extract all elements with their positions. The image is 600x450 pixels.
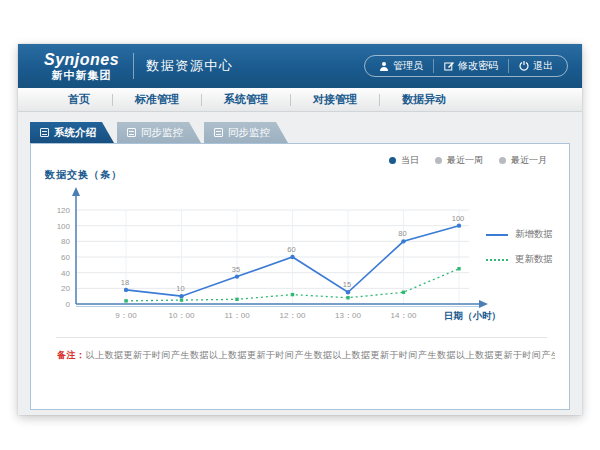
header-user-controls: 管理员 修改密码 退出 [364, 55, 568, 77]
svg-text:40: 40 [61, 269, 70, 278]
svg-text:12：00: 12：00 [280, 311, 306, 320]
svg-text:60: 60 [61, 253, 70, 262]
svg-text:80: 80 [398, 229, 406, 238]
svg-text:15: 15 [343, 280, 351, 289]
tab-label: 系统介绍 [54, 126, 96, 140]
footnote-label: 备注： [57, 350, 86, 360]
svg-text:日期（小时）: 日期（小时） [444, 310, 501, 322]
svg-text:18: 18 [121, 278, 129, 287]
chart-legend: 新增数据 更新数据 [486, 228, 553, 266]
svg-text:20: 20 [61, 284, 70, 293]
svg-text:120: 120 [57, 206, 71, 215]
range-filter-group: 当日 最近一周 最近一月 [389, 154, 547, 167]
y-axis-title: 数据交换（条） [45, 168, 122, 182]
svg-text:60: 60 [287, 245, 295, 254]
tab-sync-monitor-1[interactable]: 同步监控 [117, 122, 201, 143]
note-divider [56, 337, 547, 338]
main-nav: 首页 标准管理 系统管理 对接管理 数据异动 [18, 88, 582, 112]
footnote-text: 以上数据更新于时间产生数据以上数据更新于时间产生数据以上数据更新于时间产生数据以… [86, 350, 556, 360]
nav-item-home[interactable]: 首页 [46, 92, 112, 107]
tab-sync-monitor-2[interactable]: 同步监控 [204, 122, 288, 143]
monitor-icon [127, 128, 136, 137]
svg-text:10: 10 [176, 284, 184, 293]
filter-last-month[interactable]: 最近一月 [499, 154, 547, 167]
edit-icon [444, 61, 454, 71]
svg-text:14：00: 14：00 [391, 311, 417, 320]
svg-text:100: 100 [57, 222, 71, 231]
nav-item-data-change[interactable]: 数据异动 [380, 92, 468, 107]
tab-label: 同步监控 [141, 126, 183, 140]
dotted-line-swatch [486, 259, 508, 261]
app-window: Synjones 新中新集团 数据资源中心 管理员 修改密码 [18, 44, 582, 415]
legend-item-new-data: 新增数据 [486, 228, 553, 241]
user-menu-button[interactable]: 管理员 [369, 59, 433, 73]
filter-label: 最近一月 [511, 154, 547, 167]
legend-label: 更新数据 [515, 253, 553, 266]
legend-item-update-data: 更新数据 [486, 253, 553, 266]
brand-logo: Synjones 新中新集团 [44, 52, 119, 81]
line-chart: 0204060801001209：0010：0011：0012：0013：001… [31, 184, 511, 326]
filter-label: 当日 [401, 154, 419, 167]
svg-text:9：00: 9：00 [115, 311, 137, 320]
svg-text:80: 80 [61, 237, 70, 246]
monitor-icon [214, 128, 223, 137]
svg-text:100: 100 [452, 214, 465, 223]
solid-line-swatch [486, 234, 508, 236]
radio-icon[interactable] [435, 157, 442, 164]
tab-system-intro[interactable]: 系统介绍 [30, 122, 114, 143]
svg-text:10：00: 10：00 [169, 311, 195, 320]
filter-today[interactable]: 当日 [389, 154, 419, 167]
svg-text:11：00: 11：00 [224, 311, 250, 320]
app-title: 数据资源中心 [146, 57, 233, 75]
tab-label: 同步监控 [228, 126, 270, 140]
chart-wrap: 0204060801001209：0010：0011：0012：0013：001… [31, 184, 511, 330]
svg-text:0: 0 [66, 300, 71, 309]
power-icon [519, 61, 529, 71]
content-area: 系统介绍 同步监控 同步监控 当日 最近一周 [18, 112, 582, 415]
svg-text:35: 35 [232, 265, 240, 274]
svg-text:13：00: 13：00 [335, 311, 361, 320]
radio-icon[interactable] [499, 157, 506, 164]
logo-subtext: 新中新集团 [52, 70, 112, 81]
document-icon [40, 128, 49, 137]
legend-label: 新增数据 [515, 228, 553, 241]
logout-button[interactable]: 退出 [508, 59, 563, 73]
nav-item-standard-mgmt[interactable]: 标准管理 [113, 92, 201, 107]
change-password-button[interactable]: 修改密码 [433, 59, 508, 73]
logout-label: 退出 [533, 59, 553, 73]
chart-panel: 当日 最近一周 最近一月 数据交换（条） 0204060801001209：00… [30, 143, 570, 410]
filter-label: 最近一周 [447, 154, 483, 167]
app-header: Synjones 新中新集团 数据资源中心 管理员 修改密码 [18, 44, 582, 88]
user-icon [379, 61, 389, 71]
radio-selected-icon[interactable] [389, 157, 396, 164]
tab-bar: 系统介绍 同步监控 同步监控 [30, 122, 291, 143]
footnote: 备注：以上数据更新于时间产生数据以上数据更新于时间产生数据以上数据更新于时间产生… [57, 349, 555, 362]
filter-last-week[interactable]: 最近一周 [435, 154, 483, 167]
header-divider [133, 53, 134, 79]
nav-item-system-mgmt[interactable]: 系统管理 [202, 92, 290, 107]
logo-text: Synjones [44, 52, 119, 68]
change-password-label: 修改密码 [458, 59, 498, 73]
user-label: 管理员 [393, 59, 423, 73]
nav-item-interface-mgmt[interactable]: 对接管理 [291, 92, 379, 107]
